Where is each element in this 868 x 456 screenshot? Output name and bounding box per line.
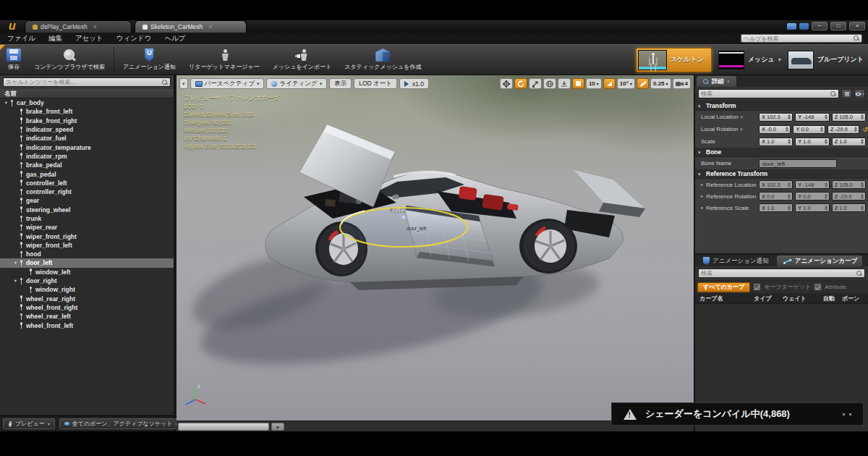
all-curves-button[interactable]: すべてのカーブ <box>697 282 750 292</box>
tree-row-hood[interactable]: hood <box>0 250 174 258</box>
help-search-input[interactable] <box>744 35 854 42</box>
scale-x-field[interactable]: X1.0 <box>759 138 793 146</box>
tree-row-wheel_front_right[interactable]: wheel_front_right <box>0 303 174 312</box>
local-location-z-field[interactable]: Z105.0 <box>832 113 866 122</box>
rotate-tool-button[interactable] <box>514 78 527 89</box>
tree-row-wheel_front_left[interactable]: wheel_front_left <box>0 321 174 329</box>
local-location-y-field[interactable]: Y-148 <box>795 113 829 122</box>
playback-speed-button[interactable]: x1.0 <box>399 78 429 89</box>
scale-snap-value[interactable]: 0.25▾ <box>650 78 671 89</box>
column-header-2[interactable]: ウェイト <box>783 295 823 303</box>
scale-y-field[interactable]: Y1.0 <box>795 138 829 146</box>
tree-row-brake_pedal[interactable]: brake_pedal <box>0 161 174 169</box>
curves-search-box[interactable] <box>698 269 865 278</box>
tab-anim-curves[interactable]: アニメーションカーブ <box>777 256 862 266</box>
lod-dropdown[interactable]: LOD オート <box>354 78 397 89</box>
grid-snap-toggle[interactable] <box>572 78 584 89</box>
property-matrix-button[interactable] <box>841 89 852 99</box>
tree-row-door_left[interactable]: ▾door_left <box>0 258 174 267</box>
tab-close-icon[interactable]: × <box>208 23 212 30</box>
tree-row-controller_left[interactable]: controller_left <box>0 179 174 187</box>
details-search-input[interactable] <box>701 90 830 97</box>
coordinate-system-button[interactable] <box>543 78 556 89</box>
scale-z-field[interactable]: Z1.0 <box>832 138 866 146</box>
rotation-snap-value[interactable]: 10°▾ <box>617 78 635 89</box>
section-bone[interactable]: Bone <box>695 148 868 157</box>
column-header-4[interactable]: ボーン <box>842 295 868 303</box>
mode-mesh-button[interactable]: メッシュ▾ <box>718 51 781 69</box>
grid-snap-value[interactable]: 10▾ <box>586 78 602 89</box>
view-options-button[interactable]: ▾ <box>854 89 865 99</box>
scale-tool-button[interactable] <box>529 78 542 89</box>
local-rotation-z-field[interactable]: Z-29.9 <box>827 125 859 134</box>
tree-row-steering_wheel[interactable]: steering_wheel <box>0 206 174 214</box>
local-rotation-y-field[interactable]: Y0.0 <box>793 125 825 134</box>
mode-bp-button[interactable]: ブループリント <box>788 51 864 69</box>
bug-report-bubble-icon[interactable] <box>799 23 809 30</box>
tree-row-wiper_front_left[interactable]: wiper_front_left <box>0 241 174 250</box>
tree-row-car_body[interactable]: ▾car_body <box>0 98 174 107</box>
section-reference-transform[interactable]: Reference Transform <box>695 169 868 179</box>
menu-item-2[interactable]: アセット <box>75 34 103 43</box>
column-header-3[interactable]: 自動 <box>823 295 842 303</box>
tree-row-indicator_fuel[interactable]: indicator_fuel <box>0 134 174 143</box>
tree-row-indicator_rpm[interactable]: indicator_rpm <box>0 152 174 161</box>
timeline-scrubber[interactable] <box>178 423 269 431</box>
tab-details[interactable]: 詳細 ▾ <box>697 76 736 87</box>
show-dropdown[interactable]: 表示 <box>329 78 352 89</box>
section-transform[interactable]: Transform <box>695 101 868 111</box>
tree-row-gear[interactable]: gear <box>0 196 174 205</box>
menu-item-4[interactable]: ヘルプ <box>164 34 185 43</box>
tab-anim-notifies[interactable]: アニメーション通知 <box>697 256 775 266</box>
tree-row-trunk[interactable]: trunk <box>0 214 174 223</box>
help-search-box[interactable] <box>741 34 862 43</box>
skeleton-tree-search-box[interactable] <box>3 77 171 87</box>
tree-row-window_left[interactable]: window_left <box>0 268 174 276</box>
document-tab-2[interactable]: Skeleton_CarMesh × <box>135 20 247 33</box>
column-header-1[interactable]: タイプ <box>754 295 783 303</box>
anim-notifies-button[interactable]: アニメーション通知 <box>116 45 182 75</box>
maximize-button[interactable]: □ <box>830 22 846 30</box>
tree-row-window_right[interactable]: window_right <box>0 285 174 294</box>
close-button[interactable]: × <box>849 22 865 30</box>
find-in-content-browser-button[interactable]: コンテンツブラウザで検索 <box>27 45 111 75</box>
revert-icon[interactable]: ↺ <box>862 126 868 133</box>
import-mesh-button[interactable]: メッシュをインポート <box>266 45 339 75</box>
tree-row-indicator_temparature[interactable]: indicator_temparature <box>0 143 174 151</box>
rotation-snap-toggle[interactable] <box>603 78 616 89</box>
timeline-options-button[interactable]: ▾ <box>271 423 284 431</box>
document-tab-1[interactable]: dsPlay_CarMesh × <box>25 20 132 33</box>
tree-row-wiper_rear[interactable]: wiper_rear <box>0 223 174 232</box>
tree-row-controller_right[interactable]: controller_right <box>0 187 174 196</box>
scale-snap-toggle[interactable] <box>637 78 649 89</box>
menu-item-1[interactable]: 編集 <box>48 34 62 43</box>
tree-row-gas_pedal[interactable]: gas_pedal <box>0 169 174 178</box>
skeleton-tree-search-input[interactable] <box>6 79 162 85</box>
menu-item-0[interactable]: ファイル <box>7 34 35 43</box>
expander-icon[interactable]: ▾ <box>3 100 9 106</box>
attribute-checkbox[interactable] <box>814 284 821 290</box>
camera-speed-button[interactable]: 4 <box>673 78 691 89</box>
tree-row-indicator_speed[interactable]: indicator_speed <box>0 125 174 134</box>
local-location-x-field[interactable]: X102.3 <box>759 113 793 122</box>
column-header-0[interactable]: カーブ名 <box>695 295 754 303</box>
tree-row-brake_front_left[interactable]: brake_front_left <box>0 107 174 116</box>
tree-row-wiper_front_right[interactable]: wiper_front_right <box>0 232 174 240</box>
morph-target-checkbox[interactable] <box>754 284 760 290</box>
viewport[interactable]: ▾ パースペクティブ▾ ライティング▾ 表示 LOD オート x1.0 <box>176 75 694 431</box>
curves-search-input[interactable] <box>701 270 856 276</box>
tree-row-wheel_rear_left[interactable]: wheel_rear_left <box>0 312 174 321</box>
bone-filter-dropdown-button[interactable]: 全てのボーン、アクティブなソケット ▾ <box>59 418 183 429</box>
details-search-box[interactable] <box>698 89 839 98</box>
preview-dropdown-button[interactable]: プレビュー ▾ <box>3 418 55 429</box>
tree-row-door_right[interactable]: ▾door_right <box>0 276 174 285</box>
minimize-button[interactable]: − <box>812 22 827 30</box>
mode-skeleton-button[interactable]: スケルトン <box>636 48 712 72</box>
surface-snap-button[interactable] <box>558 78 571 89</box>
view-mode-dropdown[interactable]: ライティング▾ <box>266 78 327 89</box>
viewport-options-button[interactable]: ▾ <box>179 78 188 89</box>
tab-close-icon[interactable]: × <box>93 23 97 30</box>
local-rotation-x-field[interactable]: X-0.0 <box>759 125 791 134</box>
tree-row-brake_front_right[interactable]: brake_front_right <box>0 117 174 125</box>
save-button[interactable]: 保存 <box>0 45 27 75</box>
